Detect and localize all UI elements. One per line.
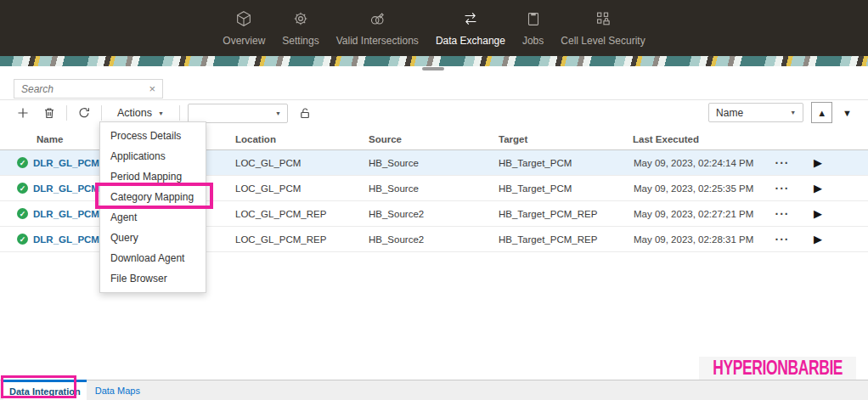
nav-label: Settings (282, 35, 318, 47)
cell-target: HB_Target_PCM_REP (499, 227, 597, 251)
row-more-actions-button[interactable]: ··· (769, 201, 795, 226)
refresh-icon (77, 106, 91, 120)
success-status-icon: ✓ (17, 183, 28, 194)
data-integration-page: Overview Settings Valid Intersections Da… (0, 0, 868, 400)
top-navigation: Overview Settings Valid Intersections Da… (0, 0, 868, 56)
panel-drag-handle[interactable] (422, 67, 444, 70)
menu-item-file-browser[interactable]: File Browser (100, 268, 206, 289)
nav-label: Jobs (522, 35, 544, 47)
delete-button[interactable] (40, 104, 59, 122)
cell-location: LOC_GL_PCM (235, 150, 301, 175)
cell-last-executed: May 09, 2023, 02:25:35 PM (634, 176, 753, 200)
add-button[interactable] (14, 104, 32, 122)
cell-last-executed: May 09, 2023, 02:27:21 PM (634, 201, 753, 226)
sort-controls: Name ▼ ▲ ▼ (708, 102, 854, 123)
actions-menu-button[interactable]: Actions ▼ (110, 104, 172, 121)
cell-target: HB_Target_PCM (499, 150, 572, 175)
cell-location: LOC_GL_PCM_REP (235, 201, 326, 226)
success-status-icon: ✓ (17, 234, 28, 245)
nav-label: Data Exchange (436, 35, 505, 47)
cell-target: HB_Target_PCM_REP (499, 201, 597, 226)
unlocked-padlock-icon (298, 106, 312, 120)
menu-item-process-details[interactable]: Process Details (100, 126, 206, 146)
search-box: × (14, 79, 163, 99)
success-status-icon: ✓ (17, 208, 28, 219)
search-input[interactable] (21, 83, 149, 95)
menu-item-agent[interactable]: Agent (100, 207, 206, 228)
menu-item-applications[interactable]: Applications (100, 146, 206, 166)
cell-source: HB_Source2 (369, 201, 424, 226)
cell-location: LOC_GL_PCM_REP (235, 227, 326, 251)
decorative-wallpaper-strip (0, 56, 868, 66)
cell-last-executed: May 09, 2023, 02:28:31 PM (634, 227, 753, 251)
toolbar-divider (101, 105, 102, 121)
column-header-location[interactable]: Location (235, 128, 276, 150)
menu-item-download-agent[interactable]: Download Agent (100, 248, 206, 268)
chevron-down-icon: ▼ (158, 110, 164, 116)
row-more-actions-button[interactable]: ··· (769, 227, 795, 251)
cell-last-executed: May 09, 2023, 02:24:14 PM (634, 150, 753, 175)
nav-label: Cell Level Security (561, 35, 645, 47)
footer-tab-bar: Data Integration Data Maps (0, 380, 868, 400)
row-more-actions-button[interactable]: ··· (769, 150, 795, 175)
nav-item-cell-level-security[interactable]: Cell Level Security (561, 9, 645, 47)
unlock-button[interactable] (296, 104, 314, 122)
trash-icon (42, 106, 56, 120)
refresh-button[interactable] (75, 104, 93, 122)
cell-source: HB_Source (369, 176, 419, 200)
toolbar-divider (66, 105, 67, 121)
divider-line (0, 99, 868, 100)
actions-label: Actions (117, 107, 152, 119)
watermark-text: HYPERIONBARBIE (713, 357, 843, 380)
chevron-down-icon: ▼ (275, 110, 281, 116)
row-run-button[interactable]: ▶ (805, 176, 831, 200)
plus-icon (16, 106, 30, 120)
nav-label: Overview (223, 35, 265, 47)
tab-label: Data Maps (95, 386, 140, 396)
nav-item-jobs[interactable]: Jobs (522, 9, 544, 47)
nav-item-data-exchange[interactable]: Data Exchange (436, 9, 505, 47)
actions-dropdown-menu: Process Details Applications Period Mapp… (99, 121, 206, 293)
chevron-down-icon: ▼ (790, 110, 796, 115)
filter-select[interactable]: ▼ (188, 104, 288, 123)
data-exchange-icon (461, 9, 480, 28)
integration-name: DLR_GL_PCM (33, 158, 99, 168)
tab-data-maps[interactable]: Data Maps (87, 380, 149, 400)
row-more-actions-button[interactable]: ··· (769, 176, 795, 200)
cell-source: HB_Source (369, 150, 419, 175)
jobs-icon (524, 9, 543, 28)
integration-name-link[interactable]: ✓ DLR_GL_PCM (17, 150, 99, 175)
sort-descending-button[interactable]: ▼ (840, 108, 854, 118)
nav-item-valid-intersections[interactable]: Valid Intersections (336, 9, 419, 47)
sort-field-value: Name (716, 107, 743, 119)
row-run-button[interactable]: ▶ (805, 150, 831, 175)
sort-ascending-button[interactable]: ▲ (811, 102, 832, 123)
search-clear-icon[interactable]: × (149, 83, 155, 94)
cube-icon (234, 9, 253, 28)
tab-data-integration[interactable]: Data Integration (3, 380, 87, 400)
nav-label: Valid Intersections (336, 35, 419, 47)
nav-item-overview[interactable]: Overview (223, 9, 265, 47)
cell-level-security-icon (594, 9, 612, 28)
success-status-icon: ✓ (17, 157, 28, 168)
tab-label: Data Integration (9, 386, 81, 397)
row-run-button[interactable]: ▶ (805, 201, 831, 226)
nav-item-settings[interactable]: Settings (282, 9, 318, 47)
column-header-name[interactable]: Name (37, 128, 63, 150)
column-header-last-executed[interactable]: Last Executed (633, 128, 699, 150)
gear-icon (291, 9, 310, 28)
column-header-target[interactable]: Target (499, 128, 527, 150)
cell-source: HB_Source2 (369, 227, 424, 251)
column-header-source[interactable]: Source (369, 128, 402, 150)
watermark: HYPERIONBARBIE (699, 357, 856, 380)
row-run-button[interactable]: ▶ (805, 227, 831, 251)
valid-intersections-icon (368, 9, 386, 28)
menu-item-period-mapping[interactable]: Period Mapping (100, 166, 206, 187)
sort-field-select[interactable]: Name ▼ (708, 103, 803, 122)
cell-location: LOC_GL_PCM (235, 176, 301, 200)
menu-item-query[interactable]: Query (100, 228, 206, 248)
toolbar-divider (179, 105, 180, 121)
cell-target: HB_Target_PCM (499, 176, 572, 200)
menu-item-category-mapping[interactable]: Category Mapping (100, 187, 206, 207)
